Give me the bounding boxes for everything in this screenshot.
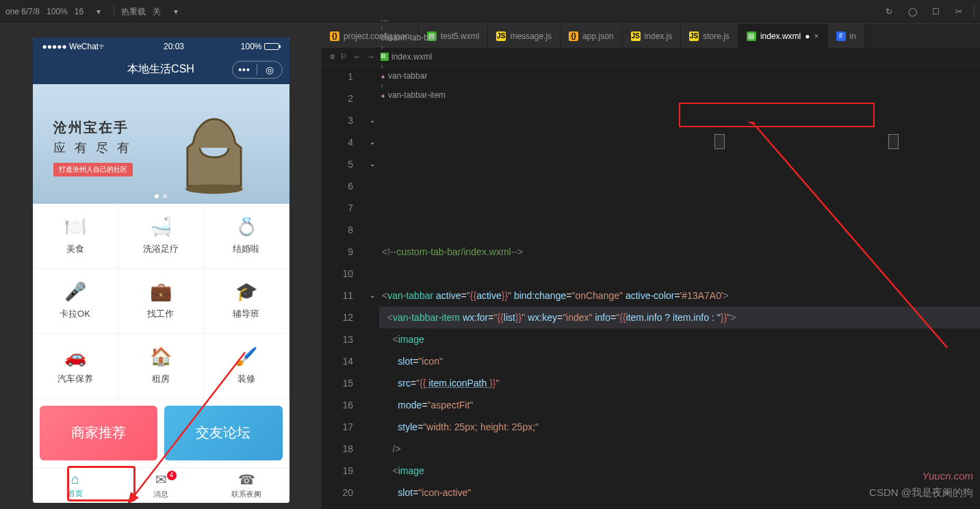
battery-icon <box>264 43 279 50</box>
tab-label: app.json <box>582 31 613 41</box>
fold-icon[interactable] <box>365 219 379 241</box>
code-line[interactable]: slot="icon" <box>379 350 980 372</box>
fold-icon[interactable] <box>365 482 379 504</box>
fold-icon[interactable] <box>365 438 379 460</box>
fold-icon[interactable] <box>365 263 379 285</box>
breadcrumb-item[interactable]: … <box>381 14 446 23</box>
stop-icon[interactable]: ◯ <box>904 3 920 20</box>
code-line[interactable]: style="width: 25px; height: 25px;" <box>379 416 980 438</box>
tab-label: index.js <box>645 31 673 41</box>
fold-icon[interactable] <box>365 88 379 109</box>
simulator-panel: ●●●●● WeChatᯤ 20:03 100% 本地生活CSH •••◎ 沧州… <box>0 24 322 509</box>
fontsize-label[interactable]: 16 <box>75 7 83 16</box>
code-line[interactable]: mode="aspectFit" <box>379 394 980 416</box>
category-label: 装修 <box>237 373 255 385</box>
code-line[interactable]: <van-tabbar-item wx:for="{{list}}" wx:ke… <box>379 306 980 328</box>
code-line[interactable]: <!--custom-tab-bar/index.wxml--> <box>379 241 980 263</box>
fold-icon[interactable] <box>365 306 379 328</box>
grid-item[interactable]: 💼找工作 <box>118 269 204 334</box>
grid-item[interactable]: 🎓辅导班 <box>204 269 289 334</box>
back-icon[interactable]: ← <box>353 52 361 62</box>
fold-icon[interactable]: ⌄ <box>365 109 379 131</box>
refresh-icon[interactable]: ↻ <box>881 3 897 20</box>
grid-item[interactable]: 🍽️美食 <box>33 204 118 269</box>
category-icon: 🚗 <box>64 346 86 367</box>
carrier-label: ●●●●● WeChat <box>42 42 99 51</box>
file-wxml-icon: ▤ <box>747 31 756 41</box>
code-line[interactable]: src="{{ item.selectedIconPath }}" <box>379 504 980 509</box>
category-label: 洗浴足疗 <box>143 243 179 255</box>
zoom-label[interactable]: 100% <box>47 7 68 16</box>
grid-item[interactable]: 🏠租房 <box>118 334 204 399</box>
editor-tab[interactable]: JSindex.js <box>623 24 682 48</box>
code-line[interactable]: src="{{ item.iconPath }}" <box>379 372 980 394</box>
fold-icon[interactable] <box>365 372 379 394</box>
fold-icon[interactable] <box>365 66 379 88</box>
device-label: one 6/7/8 <box>5 7 40 16</box>
breadcrumb-item[interactable]: custom-tab-bar <box>381 33 446 42</box>
line-number: 16 <box>322 394 353 416</box>
chevron-down-icon[interactable]: ▾ <box>90 3 107 20</box>
banner-line1: 沧州宝在手 <box>53 118 133 137</box>
dirty-dot-icon: ● <box>805 31 810 41</box>
banner[interactable]: 沧州宝在手 应 有 尽 有 打造沧州人自己的社区 <box>33 84 289 204</box>
category-icon: 🎤 <box>64 281 86 302</box>
grid-item[interactable]: 🛁洗浴足疗 <box>118 204 204 269</box>
close-icon[interactable]: × <box>814 31 818 41</box>
category-label: 美食 <box>66 243 84 255</box>
menu-icon[interactable]: ≡ <box>330 52 335 62</box>
code-line[interactable]: <van-tabbar active="{{active}}" bind:cha… <box>379 285 980 306</box>
code-line[interactable]: /> <box>379 438 980 460</box>
line-number: 10 <box>322 263 353 285</box>
code-line[interactable] <box>379 263 980 285</box>
fold-icon[interactable]: ⌄ <box>365 153 379 175</box>
editor-tab[interactable]: JSstore.js <box>681 24 738 48</box>
fold-icon[interactable] <box>365 328 379 350</box>
feature-card[interactable]: 商家推荐 <box>40 406 158 460</box>
category-grid: 🍽️美食🛁洗浴足疗💍结婚啦🎤卡拉OK💼找工作🎓辅导班🚗汽车保养🏠租房🖌️装修 <box>33 204 289 399</box>
editor-tab[interactable]: JSmessage.js <box>488 24 560 48</box>
banner-line2: 应 有 尽 有 <box>53 140 133 156</box>
fold-icon[interactable] <box>365 350 379 372</box>
chevron-down-icon[interactable]: ▾ <box>168 3 184 20</box>
fold-icon[interactable]: ⌄ <box>365 285 379 306</box>
target-icon[interactable]: ◎ <box>257 64 282 75</box>
capsule-button[interactable]: •••◎ <box>232 61 283 79</box>
fold-icon[interactable] <box>365 504 379 509</box>
editor-tab[interactable]: #in <box>828 24 865 48</box>
device-icon[interactable]: ☐ <box>927 3 944 20</box>
file-js-icon: JS <box>689 31 699 41</box>
line-number: 20 <box>322 482 353 504</box>
fold-icon[interactable] <box>365 241 379 263</box>
fold-icon[interactable] <box>365 175 379 197</box>
tab-icon: ✉ <box>155 471 167 488</box>
tabbar-item[interactable]: ✉消息4 <box>118 468 204 503</box>
tabbar-item[interactable]: ☎联系夜阑 <box>204 468 289 503</box>
code-line[interactable]: <image <box>379 460 980 482</box>
fold-icon[interactable] <box>365 460 379 482</box>
fold-icon[interactable]: ⌄ <box>365 131 379 153</box>
editor-tab[interactable]: ▤index.wxml●× <box>738 24 828 48</box>
wifi-icon: ᯤ <box>99 42 107 51</box>
editor-tab[interactable]: {}app.json <box>560 24 622 48</box>
tab-label: 联系夜阑 <box>231 489 261 499</box>
grid-item[interactable]: 💍结婚啦 <box>204 204 289 269</box>
grid-item[interactable]: 🖌️装修 <box>204 334 289 399</box>
grid-item[interactable]: 🎤卡拉OK <box>33 269 118 334</box>
code-editor[interactable]: 123456789101112131415161718192021 ⌄⌄⌄⌄ <… <box>322 66 980 509</box>
more-icon[interactable]: ••• <box>233 64 257 75</box>
code-line[interactable]: <image <box>379 328 980 350</box>
fold-icon[interactable] <box>365 197 379 219</box>
fold-icon[interactable] <box>365 394 379 416</box>
forward-icon[interactable]: → <box>367 52 375 62</box>
bookmark-icon[interactable]: ⚐ <box>340 52 348 62</box>
tabbar-item[interactable]: ⌂首页 <box>33 468 118 503</box>
feature-card[interactable]: 交友论坛 <box>164 406 283 460</box>
breadcrumb-item[interactable]: ▤ index.wxml <box>381 52 446 62</box>
fold-icon[interactable] <box>365 416 379 438</box>
hotreload-state[interactable]: 关 <box>153 6 161 18</box>
cut-icon[interactable]: ✂ <box>951 3 967 20</box>
category-icon: 🛁 <box>150 216 172 237</box>
category-icon: 🖌️ <box>235 346 257 367</box>
grid-item[interactable]: 🚗汽车保养 <box>33 334 118 399</box>
